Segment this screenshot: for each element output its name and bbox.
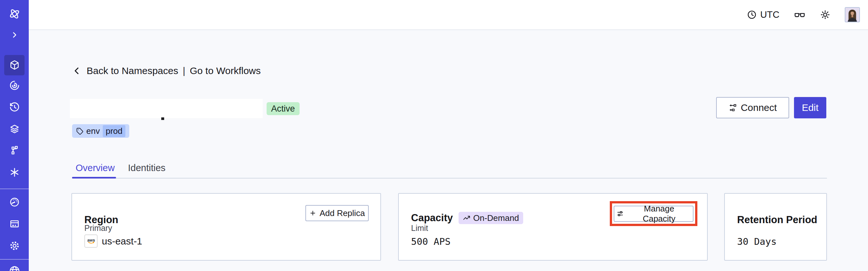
- breadcrumb-workflows-link[interactable]: Go to Workflows: [190, 65, 261, 76]
- redaction-dot: [161, 117, 164, 120]
- add-replica-button[interactable]: Add Replica: [305, 205, 369, 221]
- app-window: UTC: [0, 0, 868, 271]
- connect-flow-icon: [728, 103, 738, 112]
- sidebar-item-settings-gear-icon[interactable]: [0, 240, 29, 251]
- capacity-value: 500 APS: [411, 236, 451, 247]
- svg-text:aws: aws: [87, 237, 95, 242]
- namespace-title-redacted: [70, 99, 263, 118]
- sidebar-item-partial-globe-icon[interactable]: [0, 265, 29, 271]
- sidebar-item-nexus-asterisk-icon[interactable]: [0, 167, 29, 178]
- capacity-limit-label: Limit: [411, 223, 428, 233]
- edit-button[interactable]: Edit: [794, 97, 826, 118]
- tag-icon: [76, 127, 83, 135]
- sidebar-item-spiral-icon[interactable]: [0, 80, 29, 91]
- connect-button[interactable]: Connect: [716, 97, 789, 118]
- labs-glasses-icon[interactable]: [794, 9, 806, 21]
- breadcrumb-back-link[interactable]: Back to Namespaces: [87, 65, 178, 76]
- sidebar-divider: [0, 188, 29, 189]
- plus-icon: [309, 210, 316, 217]
- sidebar-collapse-chevron-icon[interactable]: [0, 31, 29, 39]
- breadcrumb-separator: |: [183, 65, 185, 76]
- add-replica-label: Add Replica: [319, 208, 365, 218]
- sliders-icon: [616, 210, 624, 218]
- user-avatar[interactable]: [845, 7, 860, 22]
- topbar: UTC: [29, 0, 868, 30]
- sidebar-item-namespaces-cube-icon[interactable]: [0, 60, 29, 70]
- region-card: Region Add Replica Primary aws us-east-1: [71, 193, 381, 261]
- retention-card: Retention Period 30 Days: [724, 193, 827, 261]
- theme-sun-icon[interactable]: [820, 9, 831, 20]
- temporal-logo[interactable]: [0, 7, 29, 20]
- tabs-underline: [72, 178, 827, 179]
- manage-capacity-button[interactable]: Manage Capacity: [614, 206, 693, 222]
- region-value-row: aws us-east-1: [84, 235, 142, 248]
- retention-card-title: Retention Period: [737, 214, 817, 226]
- capacity-card: Capacity On-Demand: [398, 193, 708, 261]
- region-primary-label: Primary: [84, 223, 112, 233]
- namespace-tag: env prod: [72, 124, 129, 138]
- manage-capacity-label: Manage Capacity: [627, 204, 691, 224]
- sidebar: [0, 0, 29, 271]
- active-tab-indicator: [72, 177, 116, 179]
- on-demand-badge: On-Demand: [459, 212, 523, 224]
- sidebar-item-deployments-branch-icon[interactable]: [0, 145, 29, 156]
- sidebar-item-usage-gauge-icon[interactable]: [0, 197, 29, 208]
- sidebar-item-layers-icon[interactable]: [0, 124, 29, 134]
- retention-value: 30 Days: [737, 236, 777, 247]
- region-value: us-east-1: [102, 236, 142, 247]
- connect-button-label: Connect: [741, 102, 777, 113]
- tab-overview[interactable]: Overview: [75, 163, 115, 173]
- capacity-card-title: Capacity: [411, 212, 453, 224]
- aws-logo: aws: [84, 235, 98, 248]
- timezone-selector[interactable]: UTC: [747, 9, 779, 20]
- clock-icon: [747, 10, 757, 20]
- breadcrumb: Back to Namespaces | Go to Workflows: [72, 65, 261, 76]
- tag-key: env: [86, 126, 100, 136]
- edit-button-label: Edit: [802, 102, 818, 113]
- chevron-left-icon[interactable]: [72, 66, 82, 76]
- annotation-highlight-box: Manage Capacity: [610, 201, 698, 226]
- on-demand-label: On-Demand: [473, 213, 519, 223]
- status-badge: Active: [267, 102, 300, 115]
- timezone-label: UTC: [760, 9, 779, 20]
- tab-identities[interactable]: Identities: [128, 163, 165, 173]
- trending-up-icon: [463, 214, 470, 222]
- sidebar-item-billing-card-icon[interactable]: [0, 218, 29, 229]
- sidebar-divider: [0, 259, 29, 260]
- tag-value-chip: prod: [103, 125, 125, 137]
- sidebar-item-schedules-clock-icon[interactable]: [0, 102, 29, 113]
